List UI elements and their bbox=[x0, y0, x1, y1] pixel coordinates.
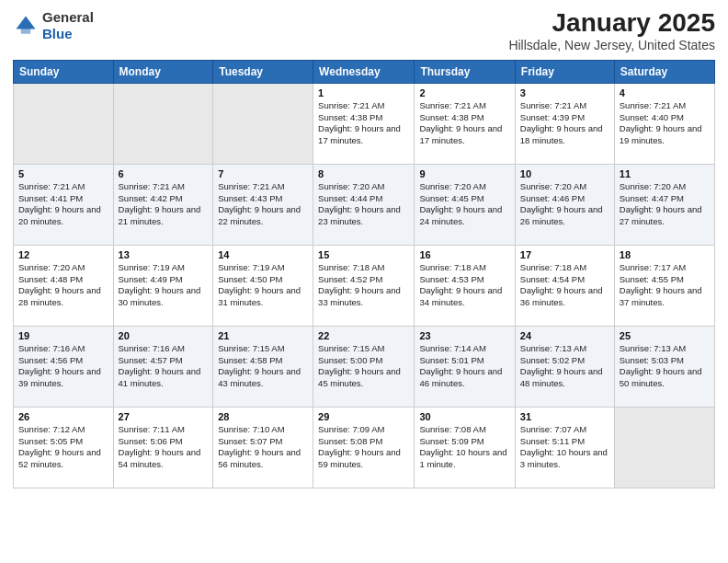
weekday-header-tuesday: Tuesday bbox=[213, 60, 313, 83]
day-number: 19 bbox=[18, 330, 108, 341]
day-info: Sunrise: 7:21 AMSunset: 4:42 PMDaylight:… bbox=[119, 181, 209, 228]
week-row-3: 12Sunrise: 7:20 AMSunset: 4:48 PMDayligh… bbox=[14, 245, 715, 326]
day-info: Sunrise: 7:13 AMSunset: 5:03 PMDaylight:… bbox=[620, 343, 710, 390]
day-number: 18 bbox=[620, 249, 710, 260]
calendar-cell: 12Sunrise: 7:20 AMSunset: 4:48 PMDayligh… bbox=[14, 245, 114, 326]
day-number: 24 bbox=[520, 330, 609, 341]
day-info: Sunrise: 7:20 AMSunset: 4:47 PMDaylight:… bbox=[620, 181, 710, 228]
calendar-cell: 20Sunrise: 7:16 AMSunset: 4:57 PMDayligh… bbox=[113, 326, 213, 407]
day-info: Sunrise: 7:16 AMSunset: 4:56 PMDaylight:… bbox=[18, 343, 108, 390]
calendar-cell: 2Sunrise: 7:21 AMSunset: 4:38 PMDaylight… bbox=[415, 83, 515, 164]
weekday-header-thursday: Thursday bbox=[415, 60, 515, 83]
header: General Blue January 2025 Hillsdale, New… bbox=[13, 9, 715, 52]
week-row-2: 5Sunrise: 7:21 AMSunset: 4:41 PMDaylight… bbox=[14, 164, 715, 245]
day-info: Sunrise: 7:19 AMSunset: 4:49 PMDaylight:… bbox=[119, 262, 209, 309]
calendar-cell: 21Sunrise: 7:15 AMSunset: 4:58 PMDayligh… bbox=[213, 326, 313, 407]
calendar-cell: 23Sunrise: 7:14 AMSunset: 5:01 PMDayligh… bbox=[415, 326, 515, 407]
day-info: Sunrise: 7:21 AMSunset: 4:38 PMDaylight:… bbox=[318, 100, 409, 147]
day-info: Sunrise: 7:20 AMSunset: 4:46 PMDaylight:… bbox=[520, 181, 609, 228]
page: General Blue January 2025 Hillsdale, New… bbox=[0, 0, 728, 563]
calendar-cell: 3Sunrise: 7:21 AMSunset: 4:39 PMDaylight… bbox=[515, 83, 614, 164]
day-number: 20 bbox=[119, 330, 209, 341]
day-number: 29 bbox=[318, 411, 409, 422]
day-info: Sunrise: 7:21 AMSunset: 4:40 PMDaylight:… bbox=[620, 100, 710, 147]
day-info: Sunrise: 7:21 AMSunset: 4:43 PMDaylight:… bbox=[218, 181, 308, 228]
day-number: 3 bbox=[520, 87, 609, 98]
day-number: 21 bbox=[218, 330, 308, 341]
calendar-cell: 24Sunrise: 7:13 AMSunset: 5:02 PMDayligh… bbox=[515, 326, 614, 407]
logo: General Blue bbox=[13, 9, 94, 42]
calendar-title: January 2025 bbox=[508, 9, 715, 38]
calendar-cell: 17Sunrise: 7:18 AMSunset: 4:54 PMDayligh… bbox=[515, 245, 614, 326]
day-info: Sunrise: 7:20 AMSunset: 4:45 PMDaylight:… bbox=[419, 181, 509, 228]
day-number: 1 bbox=[318, 87, 409, 98]
day-number: 27 bbox=[119, 411, 209, 422]
calendar-cell: 25Sunrise: 7:13 AMSunset: 5:03 PMDayligh… bbox=[614, 326, 714, 407]
week-row-4: 19Sunrise: 7:16 AMSunset: 4:56 PMDayligh… bbox=[14, 326, 715, 407]
weekday-header-sunday: Sunday bbox=[14, 60, 114, 83]
day-number: 22 bbox=[318, 330, 409, 341]
day-info: Sunrise: 7:20 AMSunset: 4:48 PMDaylight:… bbox=[18, 262, 108, 309]
calendar-cell: 29Sunrise: 7:09 AMSunset: 5:08 PMDayligh… bbox=[313, 407, 415, 488]
calendar-cell: 6Sunrise: 7:21 AMSunset: 4:42 PMDaylight… bbox=[113, 164, 213, 245]
calendar-cell: 1Sunrise: 7:21 AMSunset: 4:38 PMDaylight… bbox=[313, 83, 415, 164]
day-number: 8 bbox=[318, 168, 409, 179]
day-number: 30 bbox=[419, 411, 509, 422]
day-number: 9 bbox=[419, 168, 509, 179]
day-info: Sunrise: 7:13 AMSunset: 5:02 PMDaylight:… bbox=[520, 343, 609, 390]
day-info: Sunrise: 7:19 AMSunset: 4:50 PMDaylight:… bbox=[218, 262, 308, 309]
calendar-cell: 28Sunrise: 7:10 AMSunset: 5:07 PMDayligh… bbox=[213, 407, 313, 488]
day-number: 15 bbox=[318, 249, 409, 260]
day-info: Sunrise: 7:15 AMSunset: 5:00 PMDaylight:… bbox=[318, 343, 409, 390]
calendar-cell: 30Sunrise: 7:08 AMSunset: 5:09 PMDayligh… bbox=[415, 407, 515, 488]
day-number: 26 bbox=[18, 411, 108, 422]
day-number: 23 bbox=[419, 330, 509, 341]
day-info: Sunrise: 7:20 AMSunset: 4:44 PMDaylight:… bbox=[318, 181, 409, 228]
day-number: 16 bbox=[419, 249, 509, 260]
week-row-1: 1Sunrise: 7:21 AMSunset: 4:38 PMDaylight… bbox=[14, 83, 715, 164]
day-number: 11 bbox=[620, 168, 710, 179]
calendar-cell: 19Sunrise: 7:16 AMSunset: 4:56 PMDayligh… bbox=[14, 326, 114, 407]
day-info: Sunrise: 7:17 AMSunset: 4:55 PMDaylight:… bbox=[620, 262, 710, 309]
day-number: 12 bbox=[18, 249, 108, 260]
calendar-cell: 7Sunrise: 7:21 AMSunset: 4:43 PMDaylight… bbox=[213, 164, 313, 245]
day-info: Sunrise: 7:21 AMSunset: 4:39 PMDaylight:… bbox=[520, 100, 609, 147]
weekday-header-monday: Monday bbox=[113, 60, 213, 83]
day-number: 25 bbox=[620, 330, 710, 341]
day-info: Sunrise: 7:16 AMSunset: 4:57 PMDaylight:… bbox=[119, 343, 209, 390]
calendar-cell: 26Sunrise: 7:12 AMSunset: 5:05 PMDayligh… bbox=[14, 407, 114, 488]
calendar-cell: 8Sunrise: 7:20 AMSunset: 4:44 PMDaylight… bbox=[313, 164, 415, 245]
day-info: Sunrise: 7:18 AMSunset: 4:52 PMDaylight:… bbox=[318, 262, 409, 309]
calendar-cell bbox=[113, 83, 213, 164]
logo-text: General Blue bbox=[42, 9, 94, 42]
day-number: 28 bbox=[218, 411, 308, 422]
day-info: Sunrise: 7:09 AMSunset: 5:08 PMDaylight:… bbox=[318, 424, 409, 471]
calendar-cell bbox=[213, 83, 313, 164]
calendar-cell: 31Sunrise: 7:07 AMSunset: 5:11 PMDayligh… bbox=[515, 407, 614, 488]
calendar-cell: 4Sunrise: 7:21 AMSunset: 4:40 PMDaylight… bbox=[614, 83, 714, 164]
day-info: Sunrise: 7:08 AMSunset: 5:09 PMDaylight:… bbox=[419, 424, 509, 471]
calendar-cell: 15Sunrise: 7:18 AMSunset: 4:52 PMDayligh… bbox=[313, 245, 415, 326]
day-number: 13 bbox=[119, 249, 209, 260]
day-info: Sunrise: 7:18 AMSunset: 4:53 PMDaylight:… bbox=[419, 262, 509, 309]
logo-general: General bbox=[42, 9, 94, 25]
logo-icon bbox=[13, 13, 39, 39]
day-number: 4 bbox=[620, 87, 710, 98]
calendar-cell: 13Sunrise: 7:19 AMSunset: 4:49 PMDayligh… bbox=[113, 245, 213, 326]
weekday-header-friday: Friday bbox=[515, 60, 614, 83]
calendar-cell: 18Sunrise: 7:17 AMSunset: 4:55 PMDayligh… bbox=[614, 245, 714, 326]
day-number: 17 bbox=[520, 249, 609, 260]
weekday-header-wednesday: Wednesday bbox=[313, 60, 415, 83]
calendar-cell: 22Sunrise: 7:15 AMSunset: 5:00 PMDayligh… bbox=[313, 326, 415, 407]
day-number: 2 bbox=[419, 87, 509, 98]
calendar-cell bbox=[614, 407, 714, 488]
day-info: Sunrise: 7:07 AMSunset: 5:11 PMDaylight:… bbox=[520, 424, 609, 471]
day-number: 14 bbox=[218, 249, 308, 260]
day-info: Sunrise: 7:18 AMSunset: 4:54 PMDaylight:… bbox=[520, 262, 609, 309]
day-info: Sunrise: 7:15 AMSunset: 4:58 PMDaylight:… bbox=[218, 343, 308, 390]
calendar-cell: 9Sunrise: 7:20 AMSunset: 4:45 PMDaylight… bbox=[415, 164, 515, 245]
calendar-cell: 5Sunrise: 7:21 AMSunset: 4:41 PMDaylight… bbox=[14, 164, 114, 245]
day-info: Sunrise: 7:12 AMSunset: 5:05 PMDaylight:… bbox=[18, 424, 108, 471]
calendar-cell: 10Sunrise: 7:20 AMSunset: 4:46 PMDayligh… bbox=[515, 164, 614, 245]
calendar-cell: 14Sunrise: 7:19 AMSunset: 4:50 PMDayligh… bbox=[213, 245, 313, 326]
